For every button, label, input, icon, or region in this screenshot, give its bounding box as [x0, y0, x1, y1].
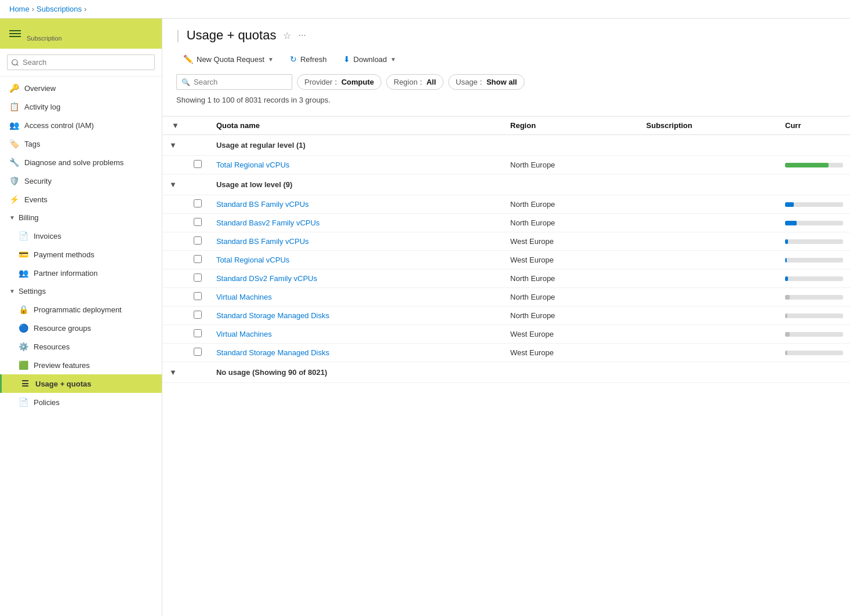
sidebar-item-partner-info[interactable]: 👥 Partner information	[0, 264, 162, 282]
quota-name-link[interactable]: Standard DSv2 Family vCPUs	[216, 274, 317, 283]
subscription-cell	[640, 156, 778, 174]
usage-filter[interactable]: Usage : Show all	[448, 74, 525, 90]
usage-bar-fill	[785, 276, 788, 281]
group-header-row[interactable]: ▼ Usage at low level (9)	[162, 174, 850, 195]
row-checkbox-cell[interactable]	[186, 269, 209, 288]
sidebar-item-access-control[interactable]: 👥 Access control (IAM)	[0, 116, 162, 134]
row-checkbox[interactable]	[194, 199, 202, 207]
region-cell: West Europe	[503, 232, 640, 251]
row-checkbox-cell[interactable]	[186, 307, 209, 325]
row-checkbox[interactable]	[194, 311, 202, 319]
quota-name-link[interactable]: Virtual Machines	[216, 293, 272, 301]
row-checkbox[interactable]	[194, 329, 202, 337]
quota-name-cell: Standard Storage Managed Disks	[209, 344, 503, 362]
region-cell: North Europe	[503, 195, 640, 214]
row-checkbox[interactable]	[194, 218, 202, 226]
sidebar-item-activity-log[interactable]: 📋 Activity log	[0, 97, 162, 116]
sidebar-item-diagnose[interactable]: 🔧 Diagnose and solve problems	[0, 153, 162, 172]
breadcrumb-home[interactable]: Home	[9, 5, 30, 13]
sidebar-item-invoices[interactable]: 📄 Invoices	[0, 227, 162, 245]
sidebar-item-tags[interactable]: 🏷️ Tags	[0, 134, 162, 153]
sidebar-item-preview-features[interactable]: 🟩 Preview features	[0, 356, 162, 374]
usage-bar-fill	[785, 221, 797, 225]
usage-bar-cell	[778, 232, 850, 251]
row-checkbox[interactable]	[194, 255, 202, 263]
quota-name-link[interactable]: Standard BS Family vCPUs	[216, 237, 309, 246]
toolbar-row: 🔍 Provider : Compute Region : All	[176, 74, 836, 90]
overview-icon: 🔑	[9, 83, 19, 93]
quota-name-link[interactable]: Virtual Machines	[216, 330, 272, 338]
provider-filter[interactable]: Provider : Compute	[297, 74, 382, 90]
row-checkbox[interactable]	[194, 274, 202, 282]
row-checkbox-cell[interactable]	[186, 251, 209, 269]
quota-search-input[interactable]	[194, 78, 287, 86]
row-checkbox[interactable]	[194, 292, 202, 300]
breadcrumb-subscriptions[interactable]: Subscriptions	[37, 5, 82, 13]
quota-name-link[interactable]: Standard BS Family vCPUs	[216, 200, 309, 209]
favorite-icon[interactable]: ☆	[283, 30, 291, 41]
group-label: No usage (Showing 90 of 8021)	[209, 362, 850, 383]
quota-name-link[interactable]: Total Regional vCPUs	[216, 161, 289, 169]
content-header: | Usage + quotas ☆ ··· ✏️ New Quota Requ…	[162, 19, 850, 116]
quota-name-link[interactable]: Standard Basv2 Family vCPUs	[216, 218, 319, 227]
breadcrumb: Home › Subscriptions ›	[0, 0, 850, 19]
table-row: Standard Basv2 Family vCPUs North Europe	[162, 214, 850, 232]
row-checkbox[interactable]	[194, 160, 202, 168]
events-icon: ⚡	[9, 195, 19, 204]
sidebar-item-programmatic-deployment[interactable]: 🔒 Programmatic deployment	[0, 300, 162, 319]
page-title-row: | Usage + quotas ☆ ···	[176, 28, 836, 43]
quota-name-cell: Standard DSv2 Family vCPUs	[209, 269, 503, 288]
quota-name-link[interactable]: Standard Storage Managed Disks	[216, 348, 329, 357]
download-chevron-icon: ▼	[390, 56, 396, 63]
row-checkbox-cell[interactable]	[186, 195, 209, 214]
subscription-cell	[640, 325, 778, 344]
table-row: Total Regional vCPUs West Europe	[162, 251, 850, 269]
sidebar-item-resource-groups[interactable]: 🔵 Resource groups	[0, 319, 162, 337]
usage-bar-cell	[778, 344, 850, 362]
refresh-button[interactable]: ↻ Refresh	[283, 51, 334, 67]
row-checkbox[interactable]	[194, 236, 202, 245]
group-expand-icon[interactable]: ▼	[162, 174, 186, 195]
usage-bar-fill	[785, 163, 829, 167]
expand-chevron-icon: ▼	[172, 121, 179, 130]
subscription-cell	[640, 288, 778, 307]
row-checkbox-cell[interactable]	[186, 214, 209, 232]
sidebar-item-overview[interactable]: 🔑 Overview	[0, 79, 162, 97]
settings-section-label: Settings	[19, 287, 46, 296]
download-icon: ⬇	[343, 54, 350, 64]
row-checkbox[interactable]	[194, 348, 202, 356]
quota-name-link[interactable]: Total Regional vCPUs	[216, 256, 289, 264]
row-checkbox-cell[interactable]	[186, 344, 209, 362]
payment-icon: 💳	[19, 250, 28, 259]
group-expand-icon[interactable]: ▼	[162, 362, 186, 383]
sidebar-item-events[interactable]: ⚡ Events	[0, 190, 162, 209]
security-icon: 🛡️	[9, 176, 19, 185]
region-filter[interactable]: Region : All	[386, 74, 444, 90]
sidebar-item-label: Events	[24, 195, 48, 204]
quota-name-cell: Standard BS Family vCPUs	[209, 195, 503, 214]
sidebar-item-label: Diagnose and solve problems	[24, 158, 123, 167]
page-actions: ✏️ New Quota Request ▼ ↻ Refresh ⬇ Downl…	[176, 51, 836, 67]
region-cell: North Europe	[503, 269, 640, 288]
row-checkbox-cell[interactable]	[186, 325, 209, 344]
settings-section-header[interactable]: ▼ Settings	[0, 282, 162, 300]
sidebar-item-resources[interactable]: ⚙️ Resources	[0, 337, 162, 356]
iam-icon: 👥	[9, 121, 19, 130]
sidebar-search-input[interactable]	[7, 54, 155, 70]
group-expand-icon[interactable]: ▼	[162, 135, 186, 156]
row-checkbox-cell[interactable]	[186, 156, 209, 174]
more-options-icon[interactable]: ···	[298, 30, 306, 41]
sidebar-item-policies[interactable]: 📄 Policies	[0, 393, 162, 411]
quota-name-link[interactable]: Standard Storage Managed Disks	[216, 311, 329, 320]
group-header-row[interactable]: ▼ Usage at regular level (1)	[162, 135, 850, 156]
row-checkbox-cell[interactable]	[186, 232, 209, 251]
sidebar-item-payment-methods[interactable]: 💳 Payment methods	[0, 245, 162, 264]
group-header-row[interactable]: ▼ No usage (Showing 90 of 8021)	[162, 362, 850, 383]
download-button[interactable]: ⬇ Download ▼	[336, 51, 404, 67]
row-checkbox-cell[interactable]	[186, 288, 209, 307]
sidebar-item-usage-quotas[interactable]: ☰ Usage + quotas	[0, 374, 162, 393]
sidebar-item-security[interactable]: 🛡️ Security	[0, 172, 162, 190]
new-quota-request-button[interactable]: ✏️ New Quota Request ▼	[176, 51, 281, 67]
billing-section-header[interactable]: ▼ Billing	[0, 209, 162, 227]
quota-name-cell: Virtual Machines	[209, 288, 503, 307]
